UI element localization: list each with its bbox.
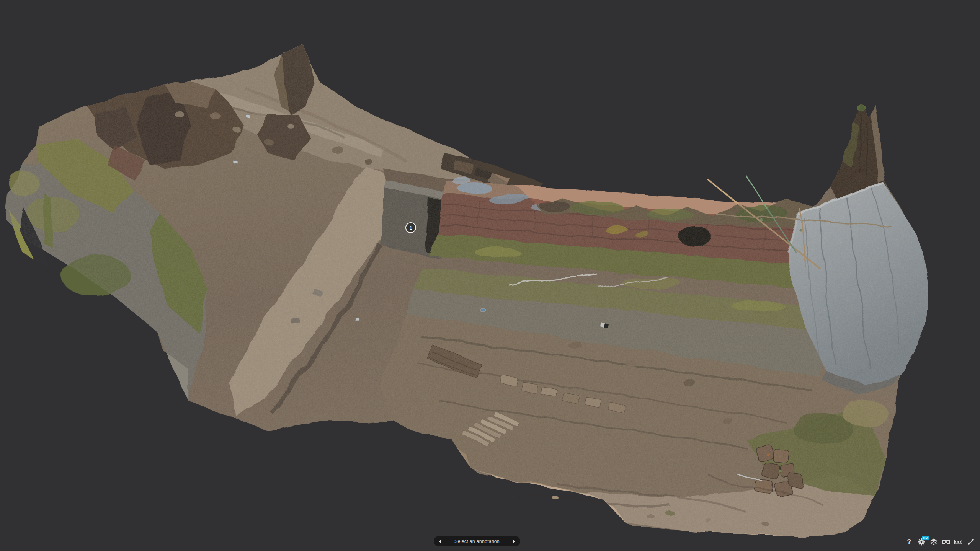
chevron-left-icon[interactable] xyxy=(439,540,441,543)
annotation-marker-1[interactable]: 1 xyxy=(405,222,416,233)
terrain-3d-model xyxy=(5,44,928,538)
hd-badge: HD xyxy=(922,536,929,540)
chevron-right-icon[interactable] xyxy=(513,540,515,543)
fullscreen-icon xyxy=(966,537,975,546)
annotation-number: 1 xyxy=(409,225,412,231)
annotation-pager[interactable]: Select an annotation xyxy=(434,536,520,546)
help-icon: ? xyxy=(907,538,911,545)
cardboard-vr-button[interactable] xyxy=(953,536,964,547)
model-inspector-button[interactable] xyxy=(928,536,939,547)
help-button[interactable]: ? xyxy=(904,536,915,547)
annotation-pager-label: Select an annotation xyxy=(454,539,500,544)
cardboard-vr-icon xyxy=(954,537,963,546)
vr-glasses-icon xyxy=(941,537,951,546)
viewer-stage: 1 Select an annotation ? HD xyxy=(0,0,980,551)
model-viewport[interactable] xyxy=(0,0,980,551)
vr-button[interactable] xyxy=(941,536,951,547)
layers-icon xyxy=(929,537,938,546)
fullscreen-button[interactable] xyxy=(965,536,976,547)
